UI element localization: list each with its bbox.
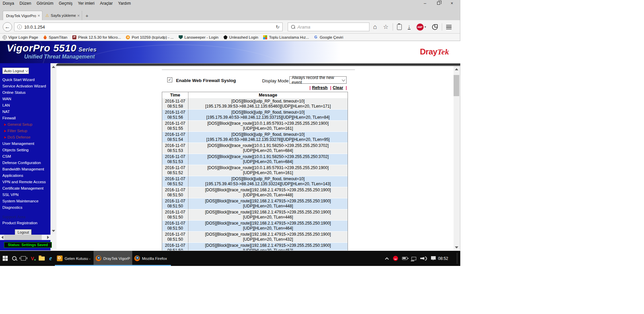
cell-message: [DOS][Block][udp_RP_flood, timeout=10] [… [188,176,348,187]
task-view-button[interactable] [19,251,28,266]
start-button[interactable] [1,251,10,266]
menu-item[interactable]: Araçlar [97,0,115,6]
sidebar-item[interactable]: Firewall [0,115,50,121]
sidebar-item[interactable]: User Management [0,141,50,147]
sidebar-item[interactable]: Diagnostics [0,204,50,211]
tray-expand-icon[interactable] [385,257,389,261]
bookmark-item[interactable]: Plesk 12.5.30 for Micro... [72,35,121,39]
site-info-icon[interactable]: i [17,25,22,29]
pinned-vnc[interactable]: V [28,251,37,266]
url-text[interactable]: 10.0.1.254 [24,25,273,30]
menu-hamburger-icon[interactable] [446,25,452,29]
home-icon[interactable]: ⌂ [373,23,377,31]
back-button[interactable]: ← [3,22,12,32]
pinned-ie[interactable]: e [46,251,55,266]
taskbar-app-button[interactable]: Gelen Kutusu - onur.t... [55,251,94,266]
tab-close-icon[interactable]: × [37,13,40,18]
sidebar-item[interactable]: VPN and Remote Access [0,179,50,185]
enable-syslog-checkbox[interactable]: ✓ [167,77,172,82]
pinned-explorer[interactable] [37,251,46,266]
bookmark-item[interactable]: Toplu Lisanslama Hız... [263,35,309,39]
sidebar-item[interactable]: Filter Setup [0,128,50,134]
sidebar-item[interactable]: System Maintenance [0,198,50,204]
taskbar-app-button[interactable]: DrayTek VigorPro 551... [94,251,132,266]
sidebar-item[interactable]: Applications [0,172,50,179]
bookmark-label: Google Çeviri [320,35,343,39]
search-input[interactable]: Arama [288,23,369,31]
sidebar-item[interactable]: Certificate Management [0,185,50,192]
main-content: ✓ Enable Web Firewall Syslog Display Mod… [57,66,454,250]
menu-item[interactable]: Görünüm [34,0,56,6]
taskbar-app-button[interactable]: Mozilla Firefox [132,251,171,266]
sidebar-item[interactable]: Online Status [0,89,50,96]
sidebar-item[interactable]: Defense Configuration [0,160,50,166]
cell-time: 2016-11-07 08:51:50 [162,243,188,250]
menu-item[interactable]: Düzen [17,0,34,6]
sidebar-vertical-scrollbar[interactable] [50,64,56,234]
notifications-icon[interactable] [431,256,436,261]
display-mode-select[interactable]: Always record the new event [289,76,347,84]
sidebar-item[interactable]: General Setup [0,121,50,128]
bookmark-item[interactable]: Port 10259 (tcp/udp) - ... [126,35,174,39]
sidebar-item[interactable]: CSM [0,153,50,160]
scroll-left-icon[interactable] [1,236,3,239]
sidebar-item[interactable]: Quick Start Wizard [0,77,50,83]
auto-logout-select[interactable]: Auto Logout [2,68,29,74]
volume-icon[interactable] [420,257,424,260]
sidebar-item[interactable]: LAN [0,102,50,109]
taskbar-search-button[interactable] [10,251,19,266]
network-icon[interactable] [412,257,416,260]
tab-close-icon[interactable]: × [77,13,80,18]
bookmark-item[interactable]: Vigor Login Page [3,35,38,39]
system-tray [384,251,438,266]
url-bar[interactable]: i 10.0.1.254 ↻ [14,23,283,31]
content-vertical-scrollbar[interactable] [454,66,459,250]
scrollbar-thumb[interactable] [454,75,459,96]
downloads-icon[interactable]: ↓ [408,24,410,30]
sidebar-item[interactable]: Bandwidth Management [0,166,50,172]
reload-icon[interactable]: ↻ [273,24,282,30]
tab-label: Sayfa yükleme sorunu [51,13,76,17]
antivirus-icon[interactable] [393,256,398,261]
sidebar-item-product-registration[interactable]: Product Registration [0,220,50,226]
scroll-right-icon[interactable] [47,236,49,239]
bookmark-star-icon[interactable]: ☆ [383,23,388,31]
browser-tab[interactable]: ⚠ Sayfa yükleme sorunu × [42,11,82,20]
menu-item[interactable]: Dosya [0,0,17,6]
sidebar-item[interactable]: Service Activation Wizard [0,83,50,89]
extension-icon[interactable] [432,24,438,30]
adblock-icon[interactable]: ABP ▾ [417,24,426,31]
sidebar: Auto Logout Quick Start Wizard Service A… [0,63,50,250]
refresh-link[interactable]: Refresh [312,85,328,90]
sidebar-item[interactable]: SSL VPN [0,192,50,198]
scroll-down-icon[interactable] [455,246,458,248]
app-icon [57,256,63,261]
battery-icon[interactable] [402,257,407,260]
scroll-up-icon[interactable] [455,68,458,70]
new-tab-button[interactable]: + [85,13,88,18]
close-icon[interactable]: × [445,0,459,6]
show-desktop-divider[interactable] [457,253,457,264]
minimize-icon[interactable]: – [418,0,432,6]
sidebar-item[interactable]: DoS Defense [0,134,50,141]
menu-item[interactable]: Geçmiş [56,0,75,6]
clear-link[interactable]: Clear [333,85,343,90]
scroll-up-icon[interactable] [52,66,55,68]
taskbar-clock[interactable]: 08:52 [438,251,448,266]
menu-item[interactable]: Yer imleri [75,0,97,6]
bookmark-item[interactable]: Unleashed Login [223,35,258,39]
bookmark-item[interactable]: Google Çeviri [314,35,343,39]
bookmark-item[interactable]: Lansweeper - Login [179,35,218,39]
menu-item[interactable]: Yardım [115,0,134,6]
sidebar-item[interactable]: WAN [0,96,50,102]
scrollbar-thumb[interactable] [4,235,42,240]
sidebar-item[interactable]: Objects Setting [0,147,50,153]
bookmark-label: Unleashed Login [229,35,258,39]
sidebar-item[interactable]: NAT [0,109,50,115]
reading-list-icon[interactable] [397,24,402,30]
sidebar-horizontal-scrollbar[interactable] [0,235,50,240]
bookmark-item[interactable]: SpamTitan [43,35,67,39]
scroll-down-icon[interactable] [52,230,55,232]
restore-icon[interactable] [432,0,445,6]
browser-tab[interactable]: ⚠ DrayTek VigorPro 5510 × [3,11,42,20]
